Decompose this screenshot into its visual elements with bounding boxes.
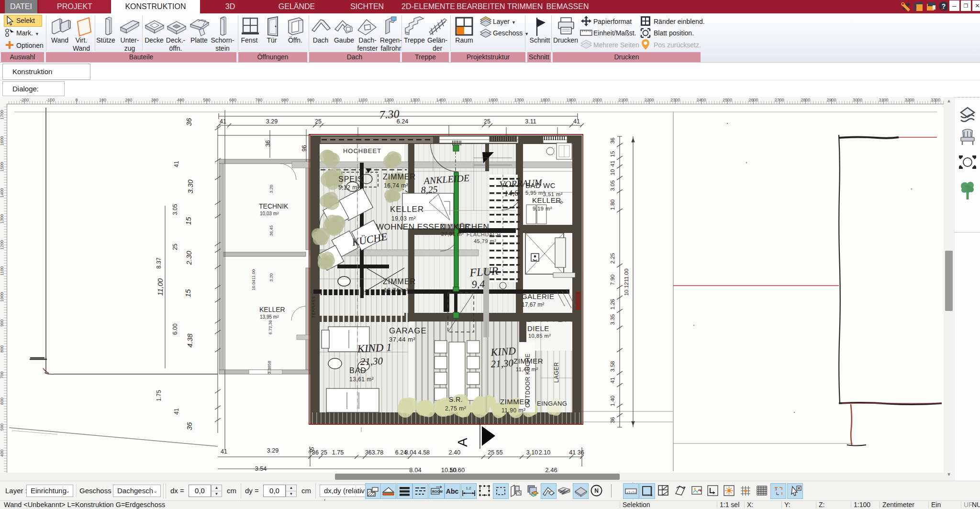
svg-text:FLUR: FLUR	[469, 265, 499, 279]
svg-text:13,61 m²: 13,61 m²	[349, 376, 374, 383]
svg-text:A: A	[455, 438, 470, 447]
svg-text:TERRASS: TERRASS	[311, 296, 316, 318]
svg-text:14,6: 14,6	[504, 188, 519, 198]
svg-text:36: 36	[307, 446, 316, 455]
svg-text:1000: 1000	[0, 292, 4, 302]
svg-text:17,67 m²: 17,67 m²	[522, 301, 544, 308]
svg-text:1300: 1300	[0, 214, 4, 224]
svg-text:36,45: 36,45	[269, 225, 274, 236]
svg-text:3.05: 3.05	[172, 204, 178, 215]
svg-text:41: 41	[610, 377, 615, 384]
svg-text:96: 96	[301, 145, 308, 152]
svg-text:15: 15	[184, 289, 192, 297]
svg-text:KIND: KIND	[490, 344, 516, 358]
svg-text:36: 36	[185, 422, 193, 430]
svg-text:36: 36	[185, 118, 193, 126]
svg-text:21,30: 21,30	[360, 355, 383, 367]
svg-text:ZIMMER: ZIMMER	[383, 173, 416, 181]
svg-text:36: 36	[610, 138, 615, 144]
svg-text:2.10: 2.10	[539, 449, 550, 456]
svg-text:Abc: Abc	[446, 487, 459, 495]
svg-text:1.80: 1.80	[610, 199, 615, 210]
svg-text:15: 15	[610, 151, 615, 157]
svg-text:45,79 m²: 45,79 m²	[474, 238, 496, 244]
svg-text:25: 25	[484, 118, 490, 125]
svg-text:700: 700	[0, 371, 4, 378]
svg-text:41: 41	[573, 118, 580, 125]
svg-text:11,90 m²: 11,90 m²	[501, 407, 525, 414]
svg-text:36: 36	[610, 417, 615, 423]
svg-text:WOHNEN ESSEN / KÜCHEN: WOHNEN ESSEN / KÜCHEN	[376, 222, 489, 232]
svg-text:1.26: 1.26	[610, 299, 615, 310]
svg-text:19,03 m²: 19,03 m²	[391, 215, 416, 222]
svg-text:S.R.: S.R.	[449, 396, 463, 403]
svg-text:400: 400	[0, 450, 4, 457]
svg-text:3.29: 3.29	[267, 447, 278, 454]
svg-text:2.25: 2.25	[610, 253, 615, 264]
svg-text:41: 41	[221, 448, 227, 455]
svg-text:13,95 m²: 13,95 m²	[260, 314, 279, 320]
svg-text:900: 900	[0, 320, 4, 327]
svg-text:3.35: 3.35	[610, 314, 615, 325]
svg-text:1.75: 1.75	[156, 390, 162, 401]
svg-text:8,25: 8,25	[421, 184, 438, 195]
svg-text:25: 25	[315, 118, 322, 125]
svg-text:6.00: 6.00	[172, 323, 178, 335]
svg-text:3.05: 3.05	[610, 180, 615, 191]
svg-text:ZIMMER: ZIMMER	[383, 277, 416, 286]
svg-text:9,19 m²: 9,19 m²	[533, 206, 552, 211]
svg-text:8.04 4.58: 8.04 4.58	[405, 449, 430, 456]
svg-text:2.40: 2.40	[449, 449, 460, 456]
svg-text:41: 41	[173, 408, 180, 415]
svg-text:25: 25	[172, 243, 178, 250]
svg-text:ROOM: ROOM	[432, 490, 443, 493]
svg-text:1100: 1100	[0, 266, 4, 276]
svg-text:N: N	[594, 487, 599, 494]
svg-text:LAGER: LAGER	[553, 362, 560, 383]
svg-text:3.30: 3.30	[186, 179, 194, 194]
svg-text:KELLER: KELLER	[390, 205, 424, 214]
svg-text:6.24: 6.24	[397, 118, 408, 125]
svg-text:2,75 m²: 2,75 m²	[445, 405, 466, 412]
svg-text:37,44 m²: 37,44 m²	[389, 336, 415, 343]
svg-text:41 36: 41 36	[569, 449, 584, 456]
svg-text:KELLER: KELLER	[532, 196, 561, 204]
svg-text:800: 800	[0, 345, 4, 353]
svg-text:GARAGE: GARAGE	[389, 326, 427, 335]
svg-text:10: 10	[610, 169, 615, 176]
svg-text:10.1211.00: 10.1211.00	[624, 269, 629, 296]
svg-text:600: 600	[0, 398, 4, 405]
svg-text:ZIMMER: ZIMMER	[440, 222, 470, 230]
svg-text:8.37: 8.37	[156, 257, 162, 269]
svg-text:6.72,36: 6.72,36	[268, 320, 273, 334]
svg-text:5,12 m²: 5,12 m²	[338, 184, 359, 191]
svg-text:41: 41	[173, 161, 180, 167]
svg-text:25: 25	[321, 449, 327, 456]
svg-text:10,85 m²: 10,85 m²	[528, 333, 551, 339]
svg-text:7.90: 7.90	[610, 275, 615, 285]
svg-text:3.11: 3.11	[525, 118, 536, 125]
svg-text:1200: 1200	[0, 240, 4, 250]
svg-text:36: 36	[265, 140, 271, 147]
svg-text:FLACHDACH: FLACHDACH	[467, 232, 501, 237]
svg-text:TECHNIK: TECHNIK	[259, 202, 289, 210]
svg-text:DIELE: DIELE	[527, 324, 549, 332]
svg-text:OUTDOOR KÜCHE: OUTDOOR KÜCHE	[524, 354, 531, 408]
svg-text:15: 15	[184, 217, 192, 225]
svg-text:11,00: 11,00	[156, 278, 164, 296]
svg-text:5,95 m²: 5,95 m²	[525, 190, 545, 196]
svg-text:27,91 m²: 27,91 m²	[441, 231, 464, 237]
svg-text:500: 500	[0, 423, 4, 431]
svg-text:SPEIS: SPEIS	[338, 175, 363, 183]
svg-text:3.10: 3.10	[526, 449, 538, 456]
svg-text:3.3858: 3.3858	[267, 361, 272, 374]
svg-text:25 55: 25 55	[488, 449, 502, 456]
svg-text:1700: 1700	[0, 110, 4, 120]
svg-text:4.38: 4.38	[186, 333, 194, 348]
svg-text:21,30: 21,30	[490, 357, 514, 370]
svg-text:1400: 1400	[0, 188, 4, 198]
svg-text:HOCHBEET: HOCHBEET	[343, 147, 381, 155]
svg-text:16,74 m²: 16,74 m²	[384, 287, 408, 294]
svg-text:3.58: 3.58	[610, 361, 615, 372]
svg-text:KELLER: KELLER	[259, 306, 285, 313]
